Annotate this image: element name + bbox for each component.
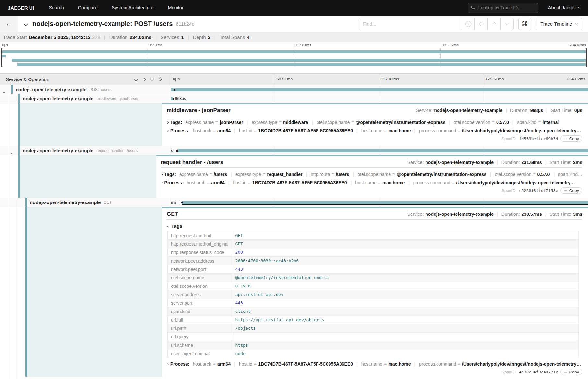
tick-label: 117.01ms	[295, 43, 311, 47]
expand-all-icon[interactable]	[159, 78, 162, 80]
minimap-tick-labels: 0μs 58.51ms 117.01ms 175.52ms 234.02ms	[0, 42, 588, 48]
chevron-right-icon	[161, 173, 163, 175]
collapse-one-icon[interactable]	[135, 76, 137, 82]
chevron-up-icon	[492, 22, 496, 26]
about-jaeger-menu[interactable]: About Jaeger	[548, 5, 580, 10]
tags-section-toggle[interactable]: Tags	[167, 222, 582, 230]
trace-header: ← nodejs-open-telemetry-example: POST /u…	[0, 16, 588, 32]
collapse-children-toggle[interactable]	[3, 88, 5, 94]
tick-label: 234.02ms	[570, 43, 586, 47]
prev-match-button[interactable]	[488, 18, 501, 30]
arrow-left-icon: ←	[6, 20, 12, 28]
back-button[interactable]: ←	[0, 16, 18, 32]
span-detail-title: middleware - jsonParser	[167, 107, 231, 114]
table-row: url.path/objects	[168, 324, 579, 333]
minimap-span-bar	[2, 50, 587, 53]
total-spans-value: 4	[247, 34, 249, 40]
trace-minimap[interactable]	[1, 48, 587, 67]
command-icon: ⌘	[522, 20, 528, 28]
span-accent-bar	[11, 85, 13, 94]
find-help-button[interactable]: ?	[462, 18, 475, 30]
nav-item-compare[interactable]: Compare	[78, 5, 98, 10]
gridline	[484, 74, 484, 85]
bottom-strip	[0, 377, 588, 379]
table-row: network.peer.address2606:4700:3030::ac43…	[168, 257, 579, 265]
link-icon: ⇔	[564, 370, 568, 374]
minimap-drag-handle-left[interactable]	[1, 48, 2, 67]
chevron-down-icon	[578, 6, 581, 8]
span-accent-bar	[25, 198, 27, 207]
about-jaeger-label: About Jaeger	[548, 5, 576, 10]
tags-table: http.request.methodGET http.request.meth…	[167, 231, 579, 358]
span-duration-bar[interactable]	[171, 88, 588, 91]
copy-spanid-button[interactable]: ⇔Copy	[560, 369, 582, 375]
spanid-label: SpanID:	[501, 188, 517, 193]
span-row-post-users[interactable]: nodejs-open-telemetry-example POST /user…	[0, 85, 588, 94]
table-row: otel.scope.name@opentelemetry/instrument…	[168, 274, 579, 282]
span-overview: Service:nodejs-open-telemetry-example | …	[407, 160, 582, 165]
span-marker	[173, 98, 174, 100]
expand-one-icon[interactable]	[143, 76, 145, 82]
span-overview: Service:nodejs-open-telemetry-example | …	[407, 212, 582, 217]
span-detail-get: GET Service:nodejs-open-telemetry-exampl…	[0, 207, 588, 377]
next-match-button[interactable]	[501, 18, 514, 30]
spanid-label: SpanID:	[501, 136, 517, 141]
span-row-get[interactable]: nodejs-open-telemetry-example GET ms	[0, 198, 588, 207]
depth-value: 3	[208, 34, 210, 40]
trace-summary-bar: Trace Start December 5 2025, 18:42:12.32…	[0, 32, 588, 42]
tick-label: 58.51ms	[276, 77, 293, 81]
find-input[interactable]	[359, 18, 462, 30]
trace-id-lookup-input[interactable]	[468, 3, 538, 13]
span-duration-bar[interactable]	[182, 201, 588, 204]
chevron-down-icon	[23, 21, 28, 26]
keyboard-shortcuts-button[interactable]: ⌘	[518, 18, 531, 30]
process-summary-row[interactable]: Process: host.arch=arm64| host.id=1BC74D…	[167, 127, 582, 135]
copy-spanid-button[interactable]: ⇔Copy	[560, 135, 582, 142]
chevron-right-icon	[161, 181, 163, 184]
span-duration-label: 968μs	[175, 96, 186, 101]
spacer	[0, 67, 588, 73]
copy-spanid-button[interactable]: ⇔Copy	[560, 187, 582, 194]
tick-label: 0μs	[173, 77, 180, 81]
chevron-right-icon	[167, 363, 169, 365]
nav-item-system-architecture[interactable]: System Architecture	[112, 5, 153, 10]
span-operation-name: middleware - jsonParser	[96, 96, 138, 101]
table-row: http.request.method_originalGET	[168, 240, 579, 248]
chevron-right-icon	[167, 121, 169, 123]
divider: |	[104, 34, 105, 40]
focus-match-button[interactable]	[475, 18, 488, 30]
gridline	[275, 74, 275, 85]
span-duration-bar[interactable]	[177, 149, 588, 152]
tags-summary-row[interactable]: Tags: express.name=/users| express.type=…	[161, 170, 582, 178]
minimap-span-bar	[2, 55, 6, 57]
trace-id-lookup	[468, 3, 538, 13]
table-row: url.query	[168, 333, 579, 341]
span-row-middleware-jsonparser[interactable]: nodejs-open-telemetry-example middleware…	[0, 94, 588, 103]
table-row: http.response.status_code200	[168, 248, 579, 257]
view-selector[interactable]: Trace Timeline	[536, 18, 582, 30]
collapse-children-toggle[interactable]	[11, 149, 13, 155]
gridline	[379, 74, 379, 85]
truncated-tag: span.kind…	[558, 172, 582, 177]
minimap-drag-handle-right[interactable]	[586, 48, 587, 67]
table-row: server.addressapi.restful-api.dev	[168, 290, 579, 299]
span-row-request-handler[interactable]: nodejs-open-telemetry-example request ha…	[0, 146, 588, 155]
collapse-all-icon[interactable]	[151, 78, 153, 80]
spanid-value: ec38c3af3ce4771c	[519, 370, 558, 374]
nav-item-monitor[interactable]: Monitor	[168, 5, 183, 10]
tick-label: 175.52ms	[442, 43, 459, 47]
span-operation-name: GET	[103, 200, 112, 205]
nav-item-search[interactable]: Search	[49, 5, 64, 10]
spanid-value: c6238f8ffdf7158e	[519, 188, 558, 193]
question-circle-icon: ?	[465, 21, 471, 27]
tick-label: 0μs	[2, 43, 8, 47]
collapse-trace-toggle[interactable]	[24, 21, 27, 27]
span-detail-request-handler: request handler - /users Service:nodejs-…	[0, 155, 588, 198]
tags-summary-row[interactable]: Tags: express.name=jsonParser| express.t…	[167, 118, 582, 127]
service-operation-header: Service & Operation	[6, 77, 49, 82]
jaeger-logo[interactable]: JAEGER UI	[8, 5, 34, 11]
process-summary-row[interactable]: Process: host.arch=arm64| host.id=1BC74D…	[161, 178, 582, 187]
process-summary-row[interactable]: Process: host.arch=arm64| host.id=1BC74D…	[167, 360, 582, 368]
table-row: url.fullhttps://api.restful-api.dev/obje…	[168, 316, 579, 324]
table-row: user_agent.originalnode	[168, 349, 579, 358]
